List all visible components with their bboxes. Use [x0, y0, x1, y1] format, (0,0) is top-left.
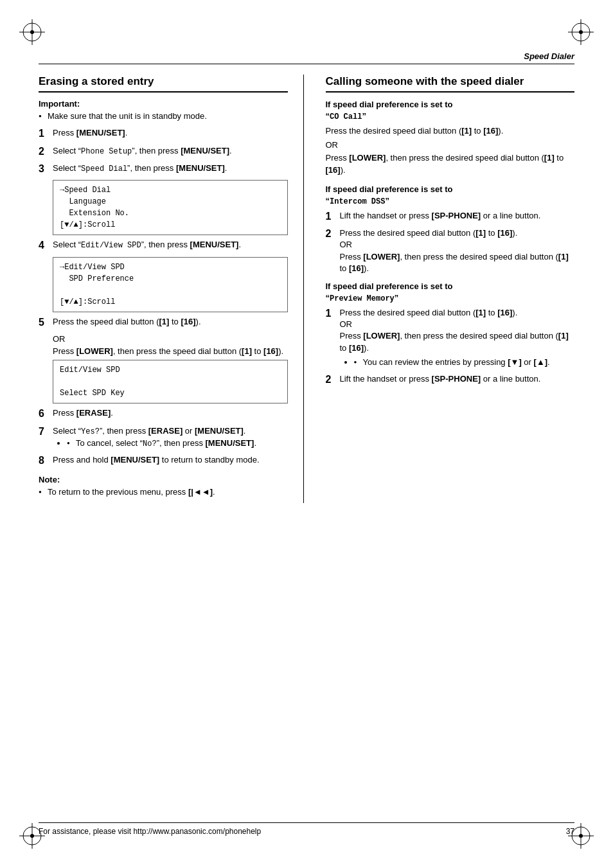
- subsec-3-step-2-num: 2: [326, 373, 340, 387]
- subsec-3-bullet: You can review the entries by pressing […: [354, 357, 575, 368]
- subsec-2-step-2-num: 2: [326, 227, 340, 274]
- left-column: Erasing a stored entry Important: Make s…: [39, 75, 304, 503]
- step-3-content: Select “Speed Dial”, then press [MENU/SE…: [53, 163, 288, 176]
- step-8: 8 Press and hold [MENU/SET] to return to…: [39, 454, 288, 468]
- page-header: Speed Dialer: [39, 51, 574, 64]
- subsec-2-key4: [16]: [349, 263, 364, 273]
- svg-point-7: [579, 30, 583, 34]
- step-6-num: 6: [39, 407, 53, 421]
- step-2-key: [MENU/SET]: [181, 146, 229, 155]
- step-2-content: Select “Phone Setup”, then press [MENU/S…: [53, 145, 288, 159]
- step-1: 1 Press [MENU/SET].: [39, 127, 288, 141]
- subsec-3-mono: Preview Memory: [330, 294, 395, 303]
- subsec-2-step-1-content: Lift the handset or press [SP-PHONE] or …: [340, 210, 575, 224]
- svg-point-3: [30, 30, 34, 34]
- step-5-content: Press the speed dial button ([1] to [16]…: [53, 316, 288, 330]
- subsec-1-key4: [16]: [326, 165, 341, 175]
- step-7-key1: [ERASE]: [148, 426, 182, 436]
- subsec-3-down-key: [▼]: [508, 357, 522, 367]
- subsec-2-heading-bold: If speed dial preference is set to: [326, 184, 453, 194]
- header-title: Speed Dialer: [524, 51, 574, 61]
- step-1-num: 1: [39, 127, 53, 141]
- step-7: 7 Select “Yes?”, then press [ERASE] or […: [39, 425, 288, 451]
- step-6-key: [ERASE]: [76, 408, 111, 418]
- step-3-codebox: →Speed Dial Language Extension No. [▼/▲]…: [53, 180, 288, 235]
- subsec-2-step-2: 2 Press the desired speed dial button ([…: [326, 227, 575, 274]
- step-7-key3: [MENU/SET]: [206, 438, 254, 448]
- step-4: 4 Select “Edit/View SPD”, then press [ME…: [39, 239, 288, 252]
- important-label: Important:: [39, 99, 288, 109]
- footer-page-number: 37: [566, 827, 574, 836]
- subsec-1-body: Press the desired speed dial button ([1]…: [326, 125, 575, 137]
- step-2: 2 Select “Phone Setup”, then press [MENU…: [39, 145, 288, 159]
- subsec-3-up-key: [▲]: [534, 357, 548, 367]
- subsec-2-heading: If speed dial preference is set to “Inte…: [326, 184, 575, 208]
- step-1-key: [MENU/SET]: [76, 128, 125, 137]
- subsec-3-sp-key: [SP-PHONE]: [432, 374, 481, 384]
- subsec-2-mono: Intercom DSS: [330, 197, 385, 206]
- step-3-mono: Speed Dial: [81, 164, 127, 173]
- step-7-bullet-list: To cancel, select “No?”, then press [MEN…: [67, 438, 288, 450]
- subsec-3-key1: [1]: [475, 308, 486, 317]
- step-8-num: 8: [39, 454, 53, 468]
- subsec-1-key3: [1]: [544, 153, 555, 163]
- step-7-content: Select “Yes?”, then press [ERASE] or [ME…: [53, 425, 288, 451]
- important-list: Make sure that the unit is in standby mo…: [39, 111, 288, 122]
- subsec-2-key3: [1]: [558, 252, 569, 261]
- subsec-3-key4: [16]: [349, 343, 364, 353]
- subsec-3-step-2-content: Lift the handset or press [SP-PHONE] or …: [340, 373, 575, 387]
- step-5-or-detail: Press [LOWER], then press the speed dial…: [53, 346, 288, 356]
- svg-point-15: [579, 834, 583, 838]
- subsec-2-step-2-content: Press the desired speed dial button ([1]…: [340, 227, 575, 274]
- step-2-mono: Phone Setup: [81, 147, 132, 156]
- subsec-3-step-1-num: 1: [326, 306, 340, 369]
- subsec-1-heading: If speed dial preference is set to “CO C…: [326, 99, 575, 123]
- subsec-1-heading-bold: If speed dial preference is set to: [326, 100, 453, 109]
- step-4-codebox: →Edit/View SPD SPD Preference [▼/▲]:Scro…: [53, 257, 288, 312]
- subsec-3-step-2: 2 Lift the handset or press [SP-PHONE] o…: [326, 373, 575, 387]
- subsec-2-lower-key: [LOWER]: [363, 252, 400, 261]
- step-6-content: Press [ERASE].: [53, 407, 288, 421]
- step-7-num: 7: [39, 425, 53, 451]
- subsec-2-step-1: 1 Lift the handset or press [SP-PHONE] o…: [326, 210, 575, 224]
- page-footer: For assistance, please visit http://www.…: [39, 822, 574, 836]
- subsec-2-key2: [16]: [497, 228, 512, 238]
- step-4-key: [MENU/SET]: [190, 240, 239, 249]
- right-section-title: Calling someone with the speed dialer: [326, 75, 575, 93]
- subsec-3-lower-key: [LOWER]: [363, 331, 400, 341]
- note-key: [|◄◄]: [188, 487, 213, 497]
- subsec-1-mono: CO Call: [330, 112, 362, 121]
- note-list: To return to the previous menu, press [|…: [39, 486, 288, 498]
- subsec-1-key1: [1]: [461, 126, 472, 136]
- step-5-lower-key: [LOWER]: [76, 346, 113, 356]
- subsec-3-bullet-list: You can review the entries by pressing […: [354, 357, 575, 368]
- subsec-3-heading: If speed dial preference is set to “Prev…: [326, 281, 575, 305]
- step-5: 5 Press the speed dial button ([1] to [1…: [39, 316, 288, 330]
- important-bullet: Make sure that the unit is in standby mo…: [39, 111, 288, 122]
- step-4-num: 4: [39, 238, 53, 252]
- step-5-or: OR: [53, 333, 288, 345]
- step-3-key: [MENU/SET]: [176, 163, 225, 173]
- step-6: 6 Press [ERASE].: [39, 407, 288, 421]
- subsec-1-lower-key: [LOWER]: [349, 153, 386, 163]
- step-7-mono: Yes?: [81, 427, 100, 436]
- right-column: Calling someone with the speed dialer If…: [323, 75, 575, 503]
- step-3: 3 Select “Speed Dial”, then press [MENU/…: [39, 163, 288, 176]
- content-columns: Erasing a stored entry Important: Make s…: [39, 75, 574, 503]
- corner-mark-tl: [19, 19, 45, 45]
- step-5-key3: [1]: [242, 346, 252, 356]
- step-5-codebox: Edit/View SPD Select SPD Key: [53, 360, 288, 403]
- page: Speed Dialer Erasing a stored entry Impo…: [0, 0, 613, 868]
- step-7-bullet: To cancel, select “No?”, then press [MEN…: [67, 438, 288, 450]
- step-5-num: 5: [39, 315, 53, 330]
- step-3-num: 3: [39, 162, 53, 176]
- subsec-1-or-detail: Press [LOWER], then press the desired sp…: [326, 152, 575, 175]
- step-5-key1: [1]: [159, 317, 170, 326]
- step-4-content: Select “Edit/View SPD”, then press [MENU…: [53, 239, 288, 252]
- corner-mark-tr: [568, 19, 594, 45]
- subsec-3-step-1: 1 Press the desired speed dial button ([…: [326, 307, 575, 369]
- note-label: Note:: [39, 475, 288, 484]
- step-7-key2: [MENU/SET]: [195, 426, 244, 436]
- subsec-3-step-1-content: Press the desired speed dial button ([1]…: [340, 307, 575, 369]
- step-5-key4: [16]: [263, 346, 278, 356]
